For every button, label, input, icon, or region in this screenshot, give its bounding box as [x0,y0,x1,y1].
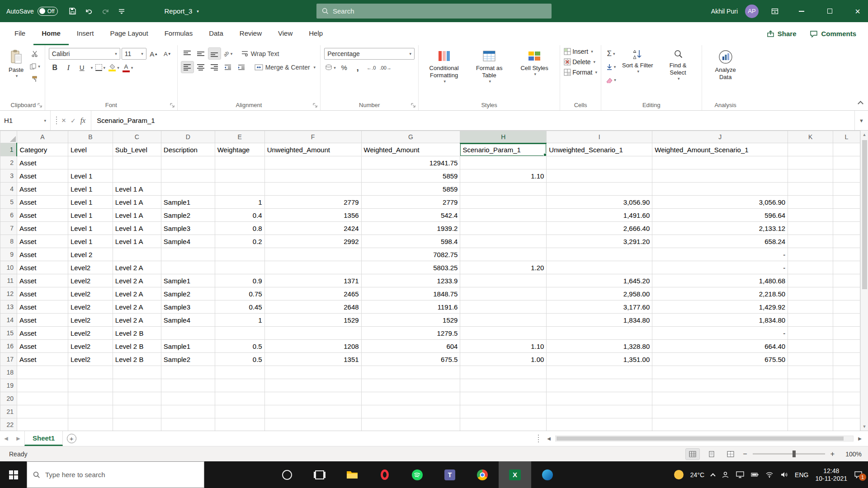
row-header-21[interactable]: 21 [0,405,17,418]
cell-F7[interactable]: 2424 [264,222,361,235]
cell-L2[interactable] [833,156,860,169]
delete-cells-button[interactable]: Delete▾ [564,58,597,66]
font-dialog-launcher-icon[interactable] [170,103,175,108]
cell-D3[interactable] [161,169,215,183]
cortana-button[interactable] [271,461,303,488]
conditional-formatting-button[interactable]: Conditional Formatting ▾ [422,48,466,99]
spotify-button[interactable] [401,461,434,488]
cell-G8[interactable]: 598.4 [361,235,460,248]
cell-I19[interactable] [547,379,652,392]
cell-A2[interactable]: Asset [17,156,68,169]
increase-font-size-button[interactable]: A▲ [148,48,160,60]
cell-I20[interactable] [547,392,652,405]
row-header-19[interactable]: 19 [0,379,17,392]
cell-J5[interactable]: 3,056.90 [652,196,788,209]
cell-H18[interactable] [460,366,547,379]
excel-button[interactable]: X [499,461,531,488]
cell-D11[interactable]: Sample1 [161,274,215,287]
horizontal-scrollbar[interactable] [555,436,854,441]
cell-I6[interactable]: 1,491.60 [547,209,652,222]
cell-C2[interactable] [113,156,161,169]
cell-B2[interactable] [68,156,113,169]
cell-G11[interactable]: 1233.9 [361,274,460,287]
cell-E1[interactable]: Weightage [215,143,264,156]
cell-J8[interactable]: 658.24 [652,235,788,248]
cell-L17[interactable] [833,353,860,366]
cell-D22[interactable] [161,418,215,431]
cell-L6[interactable] [833,209,860,222]
cell-J21[interactable] [652,405,788,418]
number-dialog-launcher-icon[interactable] [411,103,416,108]
cell-J14[interactable]: 1,834.80 [652,314,788,327]
cell-L14[interactable] [833,314,860,327]
cell-B12[interactable]: Level2 [68,287,113,300]
cell-H4[interactable] [460,183,547,196]
cell-B14[interactable]: Level2 [68,314,113,327]
cell-B8[interactable]: Level 1 [68,235,113,248]
cell-H22[interactable] [460,418,547,431]
format-as-table-button[interactable]: Format as Table ▾ [467,48,511,99]
autosum-button[interactable]: Σ▾ [605,48,617,59]
cell-K5[interactable] [788,196,833,209]
horizontal-scroll-thumb[interactable] [557,436,844,441]
row-header-5[interactable]: 5 [0,196,17,209]
row-header-14[interactable]: 14 [0,314,17,327]
cell-F17[interactable]: 1351 [264,353,361,366]
wrap-text-button[interactable]: Wrap Text [240,48,280,59]
cell-G21[interactable] [361,405,460,418]
italic-button[interactable]: I [62,62,75,73]
cell-H9[interactable] [460,248,547,261]
cell-C10[interactable]: Level 2 A [113,261,161,274]
cell-G22[interactable] [361,418,460,431]
cell-J10[interactable]: - [652,261,788,274]
column-header-L[interactable]: L [833,131,860,143]
cell-I9[interactable] [547,248,652,261]
cell-K13[interactable] [788,300,833,314]
cell-A3[interactable]: Asset [17,169,68,183]
increase-decimal-button[interactable]: ←.0 [365,62,377,73]
cell-K2[interactable] [788,156,833,169]
percent-style-button[interactable]: % [338,62,350,73]
cell-G1[interactable]: Weighted_Amount [361,143,460,156]
cell-I4[interactable] [547,183,652,196]
cell-G9[interactable]: 7082.75 [361,248,460,261]
speaker-icon[interactable] [780,471,788,478]
cell-J7[interactable]: 2,133.12 [652,222,788,235]
cell-K14[interactable] [788,314,833,327]
avatar[interactable]: AP [745,5,759,18]
cell-F3[interactable] [264,169,361,183]
cell-K15[interactable] [788,327,833,340]
autosave-toggle[interactable]: AutoSave Off [6,7,58,16]
row-header-12[interactable]: 12 [0,287,17,300]
cell-J13[interactable]: 1,429.92 [652,300,788,314]
title-search-input[interactable]: Search [316,4,552,19]
cell-G5[interactable]: 2779 [361,196,460,209]
cell-K21[interactable] [788,405,833,418]
maximize-button[interactable] [819,0,840,22]
clear-button[interactable]: ▾ [605,74,617,85]
copy-button[interactable]: ▾ [28,61,41,72]
cell-D4[interactable] [161,183,215,196]
cell-I7[interactable]: 2,666.40 [547,222,652,235]
cell-D6[interactable]: Sample2 [161,209,215,222]
cell-C15[interactable]: Level 2 B [113,327,161,340]
cell-I3[interactable] [547,169,652,183]
cell-D16[interactable]: Sample1 [161,340,215,353]
cell-J22[interactable] [652,418,788,431]
row-header-17[interactable]: 17 [0,353,17,366]
cell-H12[interactable] [460,287,547,300]
name-box[interactable]: H1 ▾ [0,111,51,130]
cell-H1[interactable]: Scenario_Param_1 [460,143,547,156]
cell-G3[interactable]: 5859 [361,169,460,183]
sheet-nav-left-icon[interactable]: ◀ [0,431,12,446]
cell-B5[interactable]: Level 1 [68,196,113,209]
cell-H15[interactable] [460,327,547,340]
font-size-select[interactable]: 11▾ [122,48,146,60]
cell-B4[interactable]: Level 1 [68,183,113,196]
cell-B7[interactable]: Level 1 [68,222,113,235]
row-header-22[interactable]: 22 [0,418,17,431]
cell-I13[interactable]: 3,177.60 [547,300,652,314]
cell-G12[interactable]: 1848.75 [361,287,460,300]
cell-F13[interactable]: 2648 [264,300,361,314]
cell-J15[interactable]: - [652,327,788,340]
